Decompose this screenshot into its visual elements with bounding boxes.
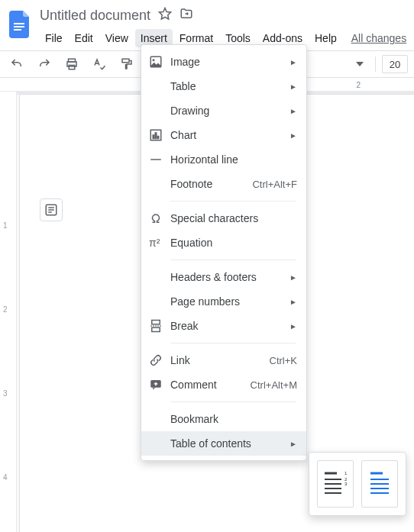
svg-point-12 [153,59,155,61]
submenu-arrow-icon: ► [289,82,297,91]
comment-icon [149,378,167,392]
svg-rect-1 [14,26,24,27]
menu-item-link[interactable]: Link Ctrl+K [141,348,306,372]
menu-help[interactable]: Help [309,29,342,47]
insert-menu-dropdown: Image ► Table ► Drawing ► Chart ► Horizo… [141,44,307,461]
svg-rect-15 [155,133,157,139]
redo-button[interactable] [34,53,55,75]
menu-item-special-characters[interactable]: Special characters [141,206,306,231]
paint-format-button[interactable] [116,53,137,75]
vruler-tick: 3 [3,389,8,398]
menu-item-page-numbers[interactable]: Page numbers ► [141,289,306,314]
menu-separator [170,260,296,260]
menu-separator [170,343,296,343]
undo-button[interactable] [6,53,27,75]
submenu-arrow-icon: ► [289,107,297,115]
menu-item-equation[interactable]: π² Equation [141,231,306,255]
doc-title[interactable]: Untitled document [40,8,150,24]
menu-separator [170,401,296,402]
svg-text:3: 3 [344,482,348,486]
horizontal-line-icon [149,153,167,166]
vruler-tick: 2 [3,305,8,314]
menu-file[interactable]: File [40,29,68,47]
menu-item-footnote[interactable]: Footnote Ctrl+Alt+F [141,172,306,196]
menu-item-drawing[interactable]: Drawing ► [141,98,306,123]
submenu-arrow-icon: ► [289,273,297,282]
svg-text:1: 1 [344,471,348,476]
menu-item-break[interactable]: Break ► [141,314,306,338]
svg-rect-0 [14,23,24,24]
menu-item-table[interactable]: Table ► [141,74,306,98]
menu-item-bookmark[interactable]: Bookmark [141,407,306,431]
print-button[interactable] [61,53,82,75]
menu-item-horizontal-line[interactable]: Horizontal line [141,147,306,172]
submenu-arrow-icon: ► [289,322,297,330]
toc-option-plain[interactable]: 1 2 3 [317,460,354,508]
svg-rect-19 [152,327,160,331]
menu-item-table-of-contents[interactable]: Table of contents ► [141,431,306,456]
link-icon [149,353,167,367]
font-family-dropdown-arrow[interactable] [351,55,369,73]
outline-toggle-button[interactable] [40,198,63,221]
pi-icon: π² [149,237,167,249]
svg-rect-6 [122,59,129,63]
toolbar-separator [375,56,376,72]
header: Untitled document File Edit View Insert … [0,0,414,49]
ruler-label-2: 2 [356,81,361,89]
vertical-ruler[interactable]: 1 2 3 4 [0,92,17,532]
menu-view[interactable]: View [100,29,134,47]
menu-item-comment[interactable]: Comment Ctrl+Alt+M [141,372,306,397]
menu-edit[interactable]: Edit [70,29,99,47]
image-icon [149,55,167,69]
star-icon[interactable] [158,7,172,24]
chart-icon [149,128,167,142]
vruler-tick: 1 [3,221,8,230]
move-to-folder-icon[interactable] [180,7,193,24]
font-size-input[interactable] [382,55,408,73]
submenu-arrow-icon: ► [289,131,297,140]
spellcheck-button[interactable] [89,53,110,75]
docs-logo-icon[interactable] [6,6,34,43]
toc-option-links[interactable] [361,460,398,508]
submenu-arrow-icon: ► [289,298,297,306]
svg-rect-2 [14,29,21,31]
all-changes-saved-link[interactable]: All changes [344,32,406,44]
omega-icon [149,211,167,225]
svg-rect-14 [153,135,154,139]
svg-rect-16 [157,137,159,139]
menu-item-chart[interactable]: Chart ► [141,123,306,147]
page-break-icon [149,319,167,333]
submenu-arrow-icon: ► [289,440,297,448]
vruler-tick: 4 [3,473,8,482]
svg-rect-18 [152,321,160,324]
submenu-arrow-icon: ► [289,58,297,66]
toc-submenu: 1 2 3 [309,452,406,516]
menu-item-headers-footers[interactable]: Headers & footers ► [141,265,306,289]
menu-item-image[interactable]: Image ► [141,50,306,74]
menu-separator [170,201,296,202]
